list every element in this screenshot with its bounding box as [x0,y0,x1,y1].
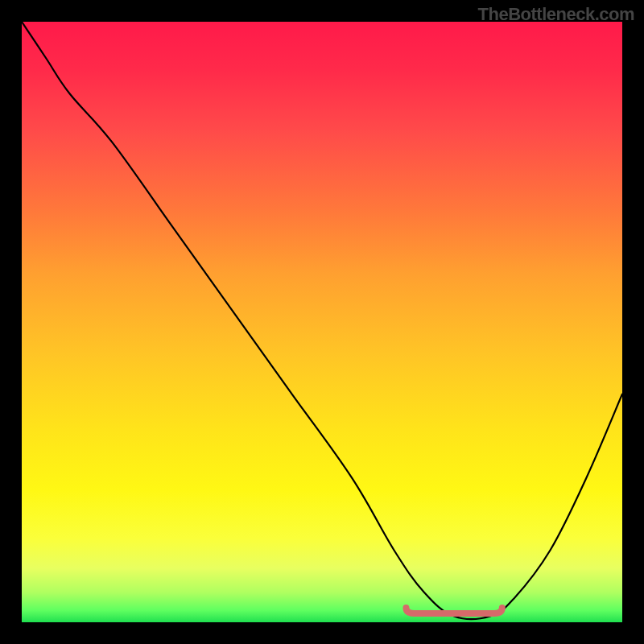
bottleneck-curve-line [22,22,622,619]
optimal-range-marker [406,608,502,613]
watermark-text: TheBottleneck.com [478,4,634,25]
chart-svg [22,22,622,622]
plot-area [22,22,622,622]
